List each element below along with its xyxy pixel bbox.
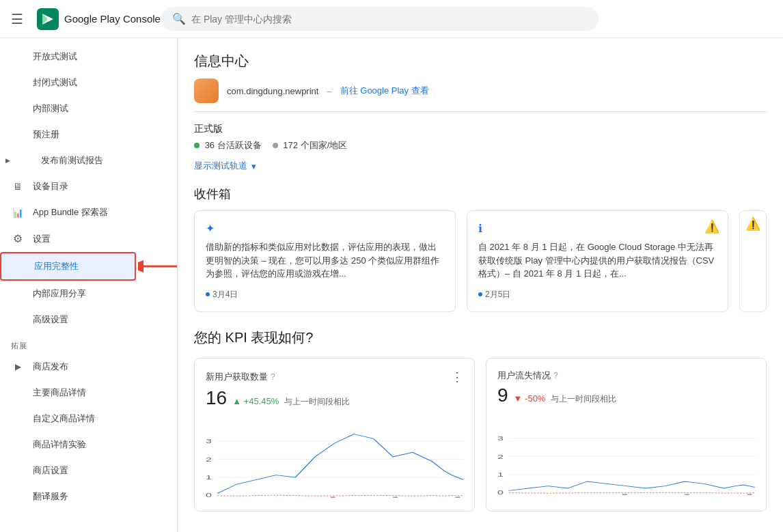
sidebar-item-internal-test[interactable]: 内部测试: [0, 96, 171, 122]
svg-text:3: 3: [497, 434, 504, 442]
sidebar-item-app-integrity[interactable]: 应用完整性: [0, 252, 136, 281]
new-users-value: 16: [206, 387, 227, 409]
kpi-charts: 新用户获取数量 ? ⋮ 16 ▲ +45.45% 与上一时间段相比: [194, 358, 767, 512]
logo-area: ☰ Google Play Console: [11, 8, 161, 30]
sidebar-label-store-publish: 商店发布: [33, 361, 68, 373]
red-arrow-annotation: [138, 254, 178, 279]
sidebar-item-store-publish[interactable]: ▶ 商店发布: [0, 354, 171, 380]
main-content: 信息中心 com.dingdung.newprint – 前往 Google P…: [178, 38, 783, 532]
sidebar-item-detail-experiment[interactable]: 商品详情实验: [0, 432, 171, 458]
release-title: 正式版: [194, 123, 767, 135]
sidebar-label-prelaunch: 发布前测试报告: [41, 154, 103, 167]
info-icon: ℹ: [478, 222, 717, 235]
separator: –: [327, 86, 331, 96]
user-churn-help-icon[interactable]: ?: [553, 371, 558, 380]
sidebar-item-internal-share[interactable]: 内部应用分享: [0, 281, 171, 307]
sidebar-item-preregister[interactable]: 预注册: [0, 122, 171, 148]
inbox-title: 收件箱: [194, 186, 767, 202]
sidebar-icon-app-bundle: 📊: [11, 208, 25, 218]
search-bar[interactable]: 🔍: [161, 7, 599, 31]
inbox-card-0: ✦ 借助新的指标和类似应用对比数据，评估应用的表现，做出更明智的决策 – 现在，…: [194, 210, 456, 312]
sidebar-label-app-integrity: 应用完整性: [34, 260, 79, 272]
down-arrow-icon: ▼: [514, 393, 523, 404]
new-users-label-text: 新用户获取数量: [206, 371, 268, 383]
user-churn-value-row: 9 ▼ -50% 与上一时间段相比: [497, 384, 755, 408]
sidebar-item-custom-detail[interactable]: 自定义商品详情: [0, 406, 171, 432]
new-users-compare: 与上一时间段相比: [284, 396, 350, 408]
kpi-chart-new-users: 新用户获取数量 ? ⋮ 16 ▲ +45.45% 与上一时间段相比: [194, 358, 475, 512]
logo-text: Google Play Console: [64, 13, 161, 25]
sidebar-item-store-settings[interactable]: 商店设置: [0, 458, 171, 484]
svg-rect-11: [393, 496, 398, 498]
sidebar-label-detail-experiment: 商品详情实验: [33, 438, 86, 451]
active-devices-stat: 36 台活跃设备: [194, 139, 262, 152]
app-play-link[interactable]: 前往 Google Play 查看: [340, 85, 429, 97]
sidebar-item-prelaunch[interactable]: 发布前测试报告: [0, 148, 171, 173]
play-console-logo-icon: [37, 8, 59, 30]
sidebar-label-preregister: 预注册: [33, 128, 59, 141]
kpi-title: 您的 KPI 表现如何?: [194, 328, 767, 347]
sidebar-item-closed-test[interactable]: 封闭式测试: [0, 70, 171, 96]
inbox-card-2: ⚠️: [739, 210, 767, 312]
card-sparkle-icon: ✦: [206, 222, 444, 235]
sidebar-label-app-bundle: App Bundle 探索器: [33, 206, 108, 219]
card-date-label-1: 2月5日: [485, 289, 510, 300]
sidebar-label-internal-share: 内部应用分享: [33, 288, 86, 300]
up-arrow-icon: ▲: [232, 396, 241, 406]
sidebar-label-open-test: 开放式测试: [33, 51, 77, 63]
card-text-1: 自 2021 年 8 月 1 日起，在 Google Cloud Storage…: [478, 240, 717, 281]
new-users-help-icon[interactable]: ?: [271, 372, 275, 382]
new-users-change-pct: +45.45%: [244, 396, 279, 406]
svg-rect-10: [331, 496, 335, 498]
track-selector[interactable]: 显示测试轨道 ▾: [194, 160, 767, 172]
search-input[interactable]: [191, 14, 588, 25]
new-users-change: ▲ +45.45%: [232, 396, 279, 406]
sidebar-label-closed-test: 封闭式测试: [33, 76, 77, 89]
track-selector-label: 显示测试轨道: [194, 160, 247, 172]
sidebar-label-translate: 翻译服务: [33, 490, 68, 503]
gray-dot: [273, 143, 278, 148]
sidebar-icon-store-publish: ▶: [11, 362, 25, 372]
sidebar-item-translate[interactable]: 翻译服务: [0, 484, 171, 509]
search-icon: 🔍: [172, 12, 186, 25]
svg-rect-21: [622, 494, 627, 495]
sidebar-item-main-detail[interactable]: 主要商品详情: [0, 380, 171, 406]
sidebar-item-settings[interactable]: ⚙ 设置: [0, 225, 171, 252]
sidebar-item-app-bundle[interactable]: 📊 App Bundle 探索器: [0, 199, 171, 225]
countries-stat: 172 个国家/地区: [273, 139, 348, 152]
inbox-card-1: ℹ 自 2021 年 8 月 1 日起，在 Google Cloud Stora…: [467, 210, 728, 312]
app-info-bar: com.dingdung.newprint – 前往 Google Play 查…: [194, 79, 767, 103]
card-text-0: 借助新的指标和类似应用对比数据，评估应用的表现，做出更明智的决策 – 现在，您可…: [206, 240, 444, 281]
user-churn-compare: 与上一时间段相比: [551, 393, 616, 405]
new-users-chart-svg: 3 2 1 0: [206, 416, 463, 498]
sidebar-item-device-catalog[interactable]: 🖥 设备目录: [0, 173, 171, 199]
sidebar-label-advanced-settings: 高级设置: [33, 313, 68, 326]
user-churn-chart-wrapper: 3 2 1 0: [497, 413, 755, 497]
sidebar-label-main-detail: 主要商品详情: [33, 387, 86, 399]
svg-rect-23: [747, 494, 752, 495]
card-warning-partial: ⚠️: [745, 216, 760, 232]
sidebar-item-advanced-settings[interactable]: 高级设置: [0, 307, 171, 333]
sidebar-label-device-catalog: 设备目录: [33, 180, 68, 193]
top-header: ☰ Google Play Console 🔍: [0, 0, 783, 38]
sidebar-label-store-settings: 商店设置: [33, 464, 68, 477]
new-users-label: 新用户获取数量 ?: [206, 371, 275, 383]
new-users-menu-icon[interactable]: ⋮: [451, 369, 463, 384]
hamburger-icon[interactable]: ☰: [11, 11, 23, 27]
new-users-value-row: 16 ▲ +45.45% 与上一时间段相比: [206, 387, 463, 410]
app-name: com.dingdung.newprint: [227, 86, 318, 96]
svg-text:0: 0: [206, 491, 212, 497]
green-dot: [194, 143, 200, 148]
svg-text:0: 0: [497, 488, 504, 494]
sidebar-item-open-test[interactable]: 开放式测试: [0, 44, 171, 70]
user-churn-change-pct: -50%: [525, 393, 545, 404]
chart-header-user-churn: 用户流失情况 ?: [497, 369, 755, 382]
date-dot-0: [206, 292, 210, 296]
sidebar-section-expand: 拓展: [0, 333, 177, 354]
svg-text:2: 2: [497, 453, 504, 460]
svg-text:3: 3: [206, 437, 212, 445]
inbox-cards: ✦ 借助新的指标和类似应用对比数据，评估应用的表现，做出更明智的决策 – 现在，…: [194, 210, 767, 312]
svg-rect-12: [456, 496, 461, 498]
countries-label: 172 个国家/地区: [283, 140, 347, 150]
release-info: 正式版 36 台活跃设备 172 个国家/地区: [194, 123, 767, 152]
